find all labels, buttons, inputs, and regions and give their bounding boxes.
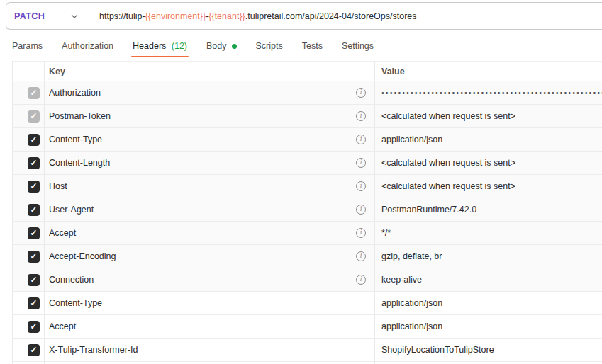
header-row-checkbox[interactable]: ✓ [28,181,40,193]
value-cell: application/json [375,292,602,314]
header-row-checkbox[interactable]: ✓ [28,274,40,286]
table-row: ✓Postman-Tokeni<calculated when request … [12,105,602,128]
tab-label: Scripts [256,41,283,51]
header-key-label[interactable]: Postman-Token [49,111,356,121]
tab-settings[interactable]: Settings [342,35,374,57]
header-key-label[interactable]: Content-Type [49,135,356,144]
header-key-label[interactable]: Accept-Encoding [49,251,356,261]
header-value-label[interactable]: gzip, deflate, br [381,251,442,261]
info-icon: i [356,158,366,168]
table-row: ✓Connectionikeep-alive [12,268,602,292]
header-key-label[interactable]: Accept [49,228,356,238]
table-row: ✓Content-Typeapplication/json [12,292,602,315]
checkbox-cell: ✓ [13,339,45,361]
header-value-label[interactable]: PostmanRuntime/7.42.0 [381,205,476,215]
header-key-label[interactable]: User-Agent [49,205,356,215]
tab-label: Params [12,41,43,51]
checkbox-cell: ✓ [13,152,45,174]
value-cell: keep-alive [375,268,602,291]
url-variable-tenant: {{tenant}} [208,11,245,21]
checkbox-cell: ✓ [13,198,45,221]
key-cell: Content-Type [45,292,375,314]
tab-label: Headers [133,41,166,51]
value-cell: gzip, deflate, br [375,245,602,268]
header-row-checkbox[interactable]: ✓ [28,321,40,333]
checkbox-cell: ✓ [13,175,45,198]
header-key-label[interactable]: Connection [49,275,356,285]
info-icon: i [356,111,366,121]
header-row-checkbox[interactable]: ✓ [28,297,40,309]
tab-authorization[interactable]: Authorization [62,35,113,57]
header-value-label[interactable]: */* [381,228,391,238]
url-input[interactable]: https://tulip-{{environment}}-{{tenant}}… [89,3,602,29]
checkbox-cell: ✓ [13,268,45,291]
table-row: ✓Authorizationi•••••••••••••••••••••••••… [12,81,602,105]
tab-scripts[interactable]: Scripts [256,35,283,57]
request-tabs: ParamsAuthorizationHeaders (12)BodyScrip… [0,35,602,57]
key-column-header: Key [45,62,375,81]
header-row-checkbox[interactable]: ✓ [28,204,40,216]
header-key-label[interactable]: X-Tulip-Transformer-Id [49,345,366,355]
header-row-checkbox[interactable]: ✓ [28,344,40,356]
key-cell: Hosti [45,175,375,198]
tab-headers[interactable]: Headers (12) [133,35,187,57]
value-cell: <calculated when request is sent> [375,105,602,127]
tab-label: Authorization [62,41,113,51]
header-value-masked[interactable]: ••••••••••••••••••••••••••••••••••••••••… [381,89,602,97]
key-cell: Postman-Tokeni [45,105,375,127]
table-header-row: Key Value [12,61,602,81]
header-row-checkbox[interactable]: ✓ [28,87,40,99]
tab-label: Settings [342,41,374,51]
header-row-checkbox[interactable]: ✓ [28,227,40,239]
table-row: ✓User-AgentiPostmanRuntime/7.42.0 [12,198,602,222]
table-row: ✓Content-Typeiapplication/json [12,128,602,152]
checkbox-cell: ✓ [13,222,45,244]
value-cell: ••••••••••••••••••••••••••••••••••••••••… [375,81,602,104]
header-value-label[interactable]: application/json [381,322,442,331]
method-label: PATCH [14,11,45,21]
header-key-label[interactable]: Content-Type [49,298,366,308]
tab-tests[interactable]: Tests [302,35,323,57]
header-key-label[interactable]: Content-Length [49,158,356,168]
value-cell: ShopifyLocationToTulipStore [375,339,602,361]
header-row-checkbox[interactable]: ✓ [28,251,40,263]
header-value-label[interactable]: application/json [381,298,442,308]
request-url-bar: PATCH https://tulip-{{environment}}-{{te… [6,2,602,30]
header-row-checkbox[interactable]: ✓ [28,110,40,123]
header-value-label[interactable]: application/json [381,135,442,144]
value-cell: PostmanRuntime/7.42.0 [375,198,602,221]
tab-count-badge: (12) [169,41,187,51]
tab-label: Tests [302,41,323,51]
table-body: ✓Authorizationi•••••••••••••••••••••••••… [12,81,602,362]
info-icon: i [356,275,366,285]
key-cell: Accepti [45,222,375,244]
header-value-label[interactable]: <calculated when request is sent> [381,158,515,168]
header-row-checkbox[interactable]: ✓ [28,157,40,169]
table-row: ✓Accept-Encodingigzip, deflate, br [12,245,602,268]
tab-label: Body [206,41,227,51]
checkbox-cell: ✓ [13,292,45,314]
header-key-label[interactable]: Host [49,181,356,191]
tab-params[interactable]: Params [12,35,43,57]
table-header-check-cell [13,62,45,81]
table-row: ✓X-Tulip-Transformer-IdShopifyLocationTo… [12,339,602,362]
method-selector[interactable]: PATCH [6,3,89,29]
value-cell: <calculated when request is sent> [375,175,602,198]
header-key-label[interactable]: Authorization [49,88,356,98]
tab-body[interactable]: Body [206,35,237,57]
table-row: ✓Hosti<calculated when request is sent> [12,175,602,198]
header-value-label[interactable]: <calculated when request is sent> [381,111,515,121]
table-row: ✓Content-Lengthi<calculated when request… [12,152,602,175]
header-value-label[interactable]: ShopifyLocationToTulipStore [381,345,494,355]
value-cell: <calculated when request is sent> [375,152,602,174]
info-icon: i [356,88,366,98]
info-icon: i [356,205,366,215]
header-value-label[interactable]: keep-alive [381,275,422,285]
header-row-checkbox[interactable]: ✓ [28,134,40,146]
checkbox-cell: ✓ [13,245,45,268]
key-cell: Accept [45,315,375,338]
key-cell: Connectioni [45,268,375,291]
header-value-label[interactable]: <calculated when request is sent> [381,181,515,191]
value-column-header: Value [375,62,602,81]
header-key-label[interactable]: Accept [49,322,366,331]
